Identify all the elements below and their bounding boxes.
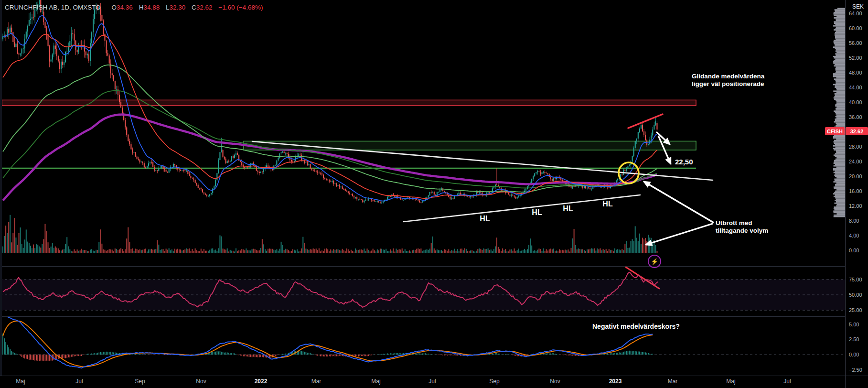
hl-label: HL	[563, 205, 573, 213]
change-value: −1.60 (−4.68%)	[218, 4, 263, 11]
price-tick-label[interactable]: 0.00	[849, 248, 859, 253]
rsi-panel	[0, 267, 845, 310]
high-label: H	[139, 4, 144, 11]
macd-panel	[0, 315, 845, 368]
trading-chart-window: CRUNCHFISH AB, 1D, OMXSTO O34.36 H34.88 …	[0, 0, 868, 388]
ascending-support	[404, 195, 640, 222]
lightning-glyph: ⚡	[651, 258, 658, 265]
time-axis-label[interactable]: Nov	[550, 378, 560, 385]
annotation-breakout-line2: tilltagande volym	[716, 227, 768, 235]
annotation-breakout: Utbrott med tilltagande volym	[716, 219, 768, 235]
price-panel	[2, 0, 845, 253]
price-tick-label[interactable]: 8.00	[849, 218, 859, 224]
rsi-tick-label[interactable]: 25.00	[849, 307, 862, 313]
annotation-macd-cross: Negativt medelvärdeskors?	[592, 323, 680, 331]
time-axis-label[interactable]: Maj	[726, 378, 735, 385]
rsi-tick-label[interactable]: 75.00	[849, 277, 862, 282]
lightning-icon[interactable]: ⚡	[648, 255, 661, 268]
time-axis-label[interactable]: Jul	[429, 378, 436, 385]
price-tick-label[interactable]: 44.00	[849, 85, 862, 90]
open-label: O	[112, 4, 117, 11]
panel-separator-time	[0, 376, 868, 376]
time-axis-label[interactable]: Nov	[196, 378, 206, 385]
price-tick-label[interactable]: 12.00	[849, 203, 862, 209]
symbol-legend[interactable]: CRUNCHFISH AB, 1D, OMXSTO O34.36 H34.88 …	[5, 4, 263, 11]
time-axis-label[interactable]: Maj	[371, 378, 380, 385]
macd-tick-label[interactable]: −2.50	[849, 367, 862, 373]
ema-200	[3, 115, 657, 201]
volume-profile	[833, 8, 845, 217]
close-value: 32.62	[196, 4, 213, 11]
time-axis-label[interactable]: Mar	[668, 378, 678, 385]
price-tick-label[interactable]: 24.00	[849, 159, 862, 164]
macd-tick-label[interactable]: 5.00	[849, 322, 859, 327]
annotation-level-2250: 22,50	[675, 158, 693, 166]
hl-label: HL	[532, 208, 542, 217]
annotation-breakout-line1: Utbrott med	[716, 219, 768, 227]
time-axis-label[interactable]: Maj	[16, 378, 25, 385]
low-value: 32.30	[169, 4, 185, 11]
symbol-title[interactable]: CRUNCHFISH AB, 1D, OMXSTO	[5, 4, 101, 11]
panel-separator-rsi-macd[interactable]	[0, 316, 845, 317]
price-tick-label[interactable]: 28.00	[849, 144, 862, 150]
macd-histogram	[2, 334, 653, 361]
rsi-tick-label[interactable]: 50.00	[849, 292, 862, 298]
time-axis-label-year[interactable]: 2022	[255, 378, 268, 385]
price-tick-label[interactable]: 48.00	[849, 70, 862, 75]
price-tick-label[interactable]: 56.00	[849, 40, 862, 46]
time-axis-label[interactable]: Mar	[311, 378, 321, 385]
price-tick-label[interactable]: 60.00	[849, 25, 862, 31]
time-axis-label[interactable]: Jul	[75, 378, 83, 385]
macd-tick-label[interactable]: 0.00	[849, 352, 859, 357]
resistance-zone-40	[2, 100, 696, 106]
time-axis-label[interactable]: Sep	[489, 378, 499, 385]
ticker-badge: CFISH	[825, 127, 845, 135]
annotation-ma-positioned: Glidande medelvärdena ligger väl positio…	[692, 73, 764, 88]
panel-separator-price-rsi[interactable]	[0, 266, 845, 267]
price-tick-label[interactable]: 20.00	[849, 173, 862, 179]
price-tick-label[interactable]: 16.00	[849, 188, 862, 194]
supply-zone-28	[244, 141, 696, 150]
arrow-to-ma-cross	[644, 182, 714, 223]
chart-canvas[interactable]	[0, 0, 868, 388]
high-value: 34.88	[143, 4, 160, 11]
annotation-ma-line1: Glidande medelvärdena	[692, 73, 764, 80]
arrow-to-volume	[646, 224, 713, 245]
ema-100	[3, 65, 657, 192]
left-edge	[0, 0, 2, 376]
close-label: C	[192, 4, 196, 11]
macd-signal-line	[3, 321, 653, 367]
time-axis-label[interactable]: Jul	[783, 378, 791, 385]
last-price-badge: 32.62	[846, 127, 868, 135]
ema-12	[3, 15, 657, 201]
ema-35	[3, 34, 657, 198]
price-tick-label[interactable]: 36.00	[849, 114, 862, 120]
macd-line	[3, 315, 653, 368]
hl-label: HL	[480, 215, 490, 223]
price-tick-label[interactable]: 52.00	[849, 55, 862, 61]
price-tick-label[interactable]: 40.00	[849, 99, 862, 105]
macd-tick-label[interactable]: 2.50	[849, 336, 859, 342]
price-tick-label[interactable]: 64.00	[849, 11, 862, 16]
price-axis-unit: SEK	[852, 3, 864, 10]
volume-bars	[2, 215, 658, 253]
price-tick-label[interactable]: 4.00	[849, 233, 859, 238]
price-scale-divider[interactable]	[845, 0, 846, 388]
time-axis-label[interactable]: Sep	[135, 378, 145, 385]
hl-label: HL	[602, 200, 612, 208]
annotation-ma-line2: ligger väl positionerade	[692, 80, 764, 88]
open-value: 34.36	[117, 4, 133, 11]
time-axis-label-year[interactable]: 2023	[609, 378, 622, 385]
